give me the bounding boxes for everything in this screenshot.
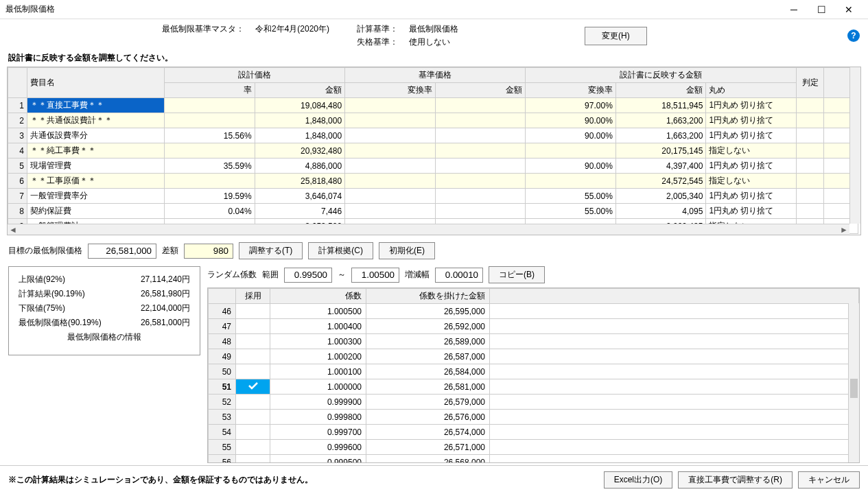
footer-note: ※この計算結果はシミュレーションであり、金額を保証するものではありません。	[8, 474, 598, 486]
col-item-name[interactable]: 費目名	[27, 68, 165, 98]
footer: ※この計算結果はシミュレーションであり、金額を保証するものではありません。 Ex…	[0, 465, 868, 494]
target-input[interactable]	[88, 244, 156, 259]
adjust-button[interactable]: 調整する(T)	[239, 242, 303, 259]
window-title: 最低制限価格	[5, 3, 780, 15]
table-row[interactable]: 560.99950026,568,000	[209, 455, 859, 464]
col-round[interactable]: 丸め	[706, 83, 797, 98]
info-box: 上限値(92%)27,114,240円 計算結果(90.19%)26,581,9…	[8, 266, 200, 355]
copy-button[interactable]: コピー(B)	[489, 266, 545, 283]
table-row[interactable]: 461.00050026,595,000	[209, 304, 859, 319]
col-judge[interactable]: 判定	[797, 68, 824, 98]
col-reflect-amount[interactable]: 金額	[615, 83, 706, 98]
step-input[interactable]	[435, 268, 483, 283]
info-caption: 最低制限価格の情報	[19, 331, 190, 343]
minimize-button[interactable]: ─	[780, 0, 808, 19]
result-label: 計算結果(90.19%)	[19, 288, 85, 300]
grid-vscroll[interactable]	[849, 67, 860, 224]
col-conv-rate2[interactable]: 変換率	[526, 83, 616, 98]
table-row[interactable]: 550.99960026,571,000	[209, 440, 859, 455]
table-row[interactable]: 5現場管理費35.59%4,886,00090.00%4,397,4001円丸め…	[8, 158, 858, 174]
lower-label: 下限値(75%)	[19, 303, 65, 314]
range-from-input[interactable]	[284, 268, 332, 283]
adopt-cell[interactable]	[236, 425, 270, 440]
header-area: 最低制限基準マスタ： 令和2年4月(2020年) 計算基準： 最低制限価格 失格…	[0, 19, 868, 52]
table-row[interactable]: 1＊＊直接工事費＊＊19,084,48097.00%18,511,9451円丸め…	[8, 98, 858, 113]
table-row[interactable]: 530.99980026,576,000	[209, 410, 859, 425]
random-label: ランダム係数	[207, 269, 257, 281]
coef-grid[interactable]: 採用 係数 係数を掛けた金額 461.00050026,595,000471.0…	[207, 287, 860, 463]
table-row[interactable]: 2＊＊共通仮設費計＊＊1,848,00090.00%1,663,2001円丸め …	[8, 113, 858, 128]
fail-basis-value: 使用しない	[409, 36, 450, 48]
table-row[interactable]: 501.00010026,584,000	[209, 364, 859, 379]
lower-value: 22,104,000円	[141, 303, 190, 314]
adopt-cell[interactable]	[236, 440, 270, 455]
direct-adjust-button[interactable]: 直接工事費で調整する(R)	[678, 471, 793, 489]
col-coef[interactable]: 係数	[270, 289, 366, 304]
diff-input[interactable]	[184, 244, 233, 259]
adopt-cell[interactable]	[236, 364, 270, 379]
table-row[interactable]: 7一般管理費率分19.59%3,646,07455.00%2,005,3401円…	[8, 189, 858, 204]
adopt-cell[interactable]	[236, 395, 270, 410]
col-base-price[interactable]: 基準価格	[345, 68, 526, 83]
table-row[interactable]: 540.99970026,574,000	[209, 425, 859, 440]
table-row[interactable]: 520.99990026,579,000	[209, 395, 859, 410]
titlebar: 最低制限価格 ─ ☐ ✕	[0, 0, 868, 19]
adjust-row: 目標の最低制限価格 差額 調整する(T) 計算根拠(C) 初期化(E)	[0, 235, 868, 266]
adopt-cell[interactable]	[236, 349, 270, 364]
table-row[interactable]: 471.00040026,592,000	[209, 319, 859, 334]
init-button[interactable]: 初期化(E)	[379, 242, 435, 259]
adopt-cell[interactable]	[236, 319, 270, 334]
target-label: 目標の最低制限価格	[8, 245, 82, 257]
adopt-cell[interactable]	[236, 379, 270, 395]
main-grid[interactable]: 費目名 設計価格 基準価格 設計書に反映する金額 判定 率 金額 変換率 金額 …	[7, 67, 861, 235]
diff-label: 差額	[162, 245, 178, 257]
result-value: 26,581,980円	[141, 288, 190, 300]
grid-hscroll[interactable]: ◄ ►	[8, 224, 849, 235]
scroll-left-icon[interactable]: ◄	[8, 225, 19, 235]
adopt-cell[interactable]	[236, 410, 270, 425]
table-row[interactable]: 481.00030026,589,000	[209, 334, 859, 349]
help-icon[interactable]: ?	[847, 30, 860, 42]
table-row[interactable]: 4＊＊純工事費＊＊20,932,48020,175,145指定しない	[8, 143, 858, 158]
col-design-price[interactable]: 設計価格	[165, 68, 345, 83]
upper-label: 上限値(92%)	[19, 274, 65, 285]
upper-value: 27,114,240円	[141, 274, 190, 285]
change-button[interactable]: 変更(H)	[585, 27, 647, 45]
table-row[interactable]: 491.00020026,587,000	[209, 349, 859, 364]
col-base-amount[interactable]: 金額	[435, 83, 526, 98]
range-to-input[interactable]	[351, 268, 399, 283]
table-row[interactable]: 511.00000026,581,000	[209, 379, 859, 395]
col-adopt[interactable]: 採用	[236, 289, 270, 304]
maximize-button[interactable]: ☐	[808, 0, 835, 19]
excel-button[interactable]: Excel出力(O)	[604, 471, 673, 489]
col-reflect-price[interactable]: 設計書に反映する金額	[526, 68, 797, 83]
adopt-cell[interactable]	[236, 455, 270, 464]
col-coef-amount[interactable]: 係数を掛けた金額	[366, 289, 490, 304]
calc-basis-value: 最低制限価格	[409, 23, 458, 35]
table-row[interactable]: 6＊＊工事原価＊＊25,818,48024,572,545指定しない	[8, 174, 858, 189]
min-value: 26,581,000円	[141, 317, 190, 329]
adopt-cell[interactable]	[236, 304, 270, 319]
min-label: 最低制限価格(90.19%)	[19, 317, 102, 329]
col-conv-rate[interactable]: 変換率	[345, 83, 436, 98]
scroll-right-icon[interactable]: ►	[838, 225, 849, 235]
range-sep: ～	[338, 269, 346, 281]
calc-basis-label: 計算基準：	[357, 23, 398, 35]
random-controls: ランダム係数 範囲 ～ 増減幅 コピー(B)	[207, 266, 860, 283]
range-label: 範囲	[262, 269, 279, 281]
close-button[interactable]: ✕	[835, 0, 863, 19]
adopt-cell[interactable]	[236, 334, 270, 349]
step-label: 増減幅	[405, 269, 430, 281]
col-amount[interactable]: 金額	[255, 83, 345, 98]
col-rate[interactable]: 率	[165, 83, 255, 98]
coef-vscroll[interactable]	[848, 303, 859, 462]
master-value: 令和2年4月(2020年)	[255, 23, 329, 48]
basis-button[interactable]: 計算根拠(C)	[308, 242, 373, 259]
master-label: 最低制限基準マスタ：	[162, 23, 244, 48]
cancel-button[interactable]: キャンセル	[798, 471, 860, 489]
instruction-text: 設計書に反映する金額を調整してください。	[0, 52, 868, 67]
table-row[interactable]: 3 共通仮設費率分15.56%1,848,00090.00%1,663,2001…	[8, 128, 858, 143]
table-row[interactable]: 8契約保証費0.04%7,44655.00%4,0951円丸め 切り捨て	[8, 204, 858, 219]
fail-basis-label: 失格基準：	[357, 36, 398, 48]
